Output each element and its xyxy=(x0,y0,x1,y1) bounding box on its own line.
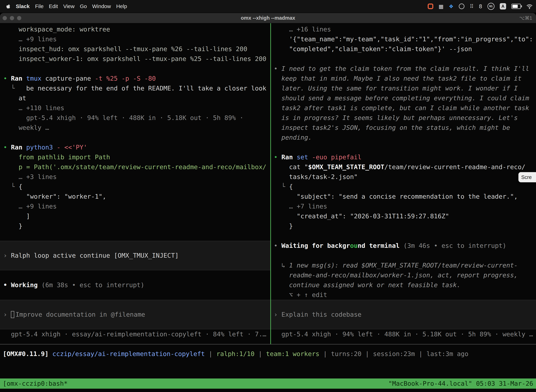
terminal-line: weekly … xyxy=(3,123,49,133)
terminal-line: "worker": "worker-1", xyxy=(3,191,106,201)
terminal-line: ] xyxy=(3,211,30,221)
terminal-line: readme-and-reco/mailbox/worker-1.json, a… xyxy=(274,270,518,280)
terminal-line: • Waiting for background terminal (3m 46… xyxy=(274,241,506,251)
input-source-icon[interactable]: A xyxy=(500,3,506,9)
prompt-input-improve-documentation[interactable]: › Improve documentation in @filename xyxy=(0,300,270,329)
terminal-line: '{"team_name":"my-team","task_id":"1","f… xyxy=(274,34,533,44)
battery-icon[interactable] xyxy=(511,4,521,9)
battery-fill xyxy=(512,5,518,8)
terminal-line: └ be necessary for the end of the README… xyxy=(3,84,266,93)
terminal-line: inspect_hud: omx sparkshell --tmux-pane … xyxy=(3,44,247,54)
omx-last-activity: last:3m ago xyxy=(426,350,468,357)
screen-recording-indicator[interactable] xyxy=(428,4,433,9)
menu-window[interactable]: Window xyxy=(90,3,114,9)
terminal-line: keep that in mind. Maybe I also need the… xyxy=(274,74,522,84)
omx-version: [OMX#0.11.9] xyxy=(3,350,48,357)
terminal-line: … +9 lines xyxy=(3,34,57,44)
terminal-line: later. Using the same for transition mig… xyxy=(274,84,518,93)
menu-view[interactable]: View xyxy=(61,3,77,9)
terminal-line: … +16 lines xyxy=(274,24,331,34)
pinwheel-icon[interactable]: ❖ xyxy=(449,3,454,9)
terminal-line: inspect task2's JSON, focusing on the st… xyxy=(274,123,510,133)
terminal-line: } xyxy=(274,221,293,231)
terminal-line: cat "$OMX_TEAM_STATE_ROOT/team/review-cu… xyxy=(274,162,526,172)
terminal-line: task2 after task1 is complete, but can I… xyxy=(274,103,529,113)
battery-percent-gauge[interactable]: 61 xyxy=(488,3,494,10)
omx-status-line: [OMX#0.11.9] cczip/essay/ai-reimplementa… xyxy=(3,349,469,359)
dots-grid-icon[interactable]: ⠿ xyxy=(470,3,474,9)
terminal-line: ⌥ + ↑ edit xyxy=(274,290,327,300)
omx-team-workers: team:1 workers xyxy=(266,350,319,357)
window-titlebar[interactable]: omx --xhigh --madmax ⌥⌘1 xyxy=(0,13,536,23)
terminal-line: "created_at": "2026-03-31T11:59:27.816Z" xyxy=(274,211,449,221)
tmux-horizontal-divider xyxy=(0,344,536,344)
macos-menu-bar: Slack File Edit View Go Window Help ▦ ❖ … xyxy=(0,0,536,13)
terminal-line: └ { xyxy=(274,182,293,191)
terminal-line: gpt-5.4 xhigh · 94% left · 488K in · 5.1… xyxy=(274,329,533,339)
terminal-line: … +7 lines xyxy=(274,201,327,211)
terminal-line: tasks/task-2.json" xyxy=(274,172,358,182)
tmux-status-bar: [omx-cczip0:bash* "MacBook-Pro-44.local"… xyxy=(0,378,536,389)
omx-project-path: cczip/essay/ai-reimplementation-copyleft xyxy=(53,350,205,357)
tmux-session-name[interactable]: [omx-cczip0:bash* xyxy=(3,378,67,389)
tmux-pane-right[interactable]: … +16 lines '{"team_name":"my-team","tas… xyxy=(271,23,536,392)
tmux-pane-left[interactable]: workspace_mode: worktree … +9 lines insp… xyxy=(0,23,270,392)
tmux-session: workspace_mode: worktree … +9 lines insp… xyxy=(0,23,536,392)
terminal-line: is in progress? It seems likely but perh… xyxy=(274,113,518,123)
battery-percent-value: 61 xyxy=(489,5,493,8)
terminal-line: should send a message before completing … xyxy=(274,93,529,103)
terminal-line: ↳ 1 new msg(s): read $OMX_TEAM_STATE_ROO… xyxy=(274,261,518,270)
terminal-window: omx --xhigh --madmax ⌥⌘1 workspace_mode:… xyxy=(0,13,536,392)
window-title: omx --xhigh --madmax xyxy=(241,15,295,21)
close-button[interactable] xyxy=(3,16,7,20)
injected-prompt-ralph-loop[interactable]: › Ralph loop active continue [OMX_TMUX_I… xyxy=(0,241,270,270)
battery-nub xyxy=(521,5,522,7)
omx-turns: turns:20 xyxy=(331,350,361,357)
screenshot-overlay-label: Scre xyxy=(521,174,532,180)
omx-ralph-counter: ralph:1/10 xyxy=(216,350,254,357)
menu-file[interactable]: File xyxy=(32,3,46,9)
prompt-input-explain-codebase[interactable]: › Explain this codebase xyxy=(271,300,536,329)
screenshot-overlay[interactable]: Scre xyxy=(518,172,536,182)
terminal-line: pending. xyxy=(274,133,312,142)
menu-help[interactable]: Help xyxy=(114,3,130,9)
terminal-line: inspect_worker-1: omx sparkshell --tmux-… xyxy=(3,54,266,64)
terminal-line: • Ran set -euo pipefail xyxy=(274,152,362,162)
tmux-host-datetime: "MacBook-Pro-44.local" 05:03 31-Mar-26 xyxy=(388,378,533,389)
terminal-line: └ { xyxy=(3,182,22,191)
terminal-line: from pathlib import Path xyxy=(3,152,110,162)
terminal-line: "completed","claim_token":"claim-token"}… xyxy=(274,44,472,54)
terminal-line: • I need to get the claim token from the… xyxy=(274,64,529,74)
terminal-line: } xyxy=(3,221,22,231)
minimize-button[interactable] xyxy=(10,16,14,20)
terminal-line: • Ran python3 - <<'PY' xyxy=(3,142,87,152)
wifi-icon[interactable] xyxy=(526,4,533,9)
text-cursor xyxy=(11,311,14,318)
menu-bar-status-icons: ▦ ❖ ⠿ 8 61 A xyxy=(428,0,533,13)
omx-session-time: session:23m xyxy=(373,350,415,357)
terminal-line: workspace_mode: worktree xyxy=(3,24,110,34)
terminal-line: • Ran tmux capture-pane -t %25 -p -S -80 xyxy=(3,74,156,84)
circle-app-icon[interactable] xyxy=(459,4,464,9)
menu-edit[interactable]: Edit xyxy=(46,3,61,9)
grid-icon[interactable]: ▦ xyxy=(439,3,444,9)
terminal-line: gpt-5.4 xhigh · essay/ai-reimplementatio… xyxy=(3,329,266,339)
zoom-button[interactable] xyxy=(17,16,21,20)
terminal-line: • Working (6m 38s • esc to interrupt) xyxy=(3,280,144,290)
terminal-line: continue assigned work or next feasible … xyxy=(274,280,460,290)
menu-app-name[interactable]: Slack xyxy=(13,3,32,9)
window-shortcut-hint: ⌥⌘1 xyxy=(519,15,532,21)
terminal-line: … +3 lines xyxy=(3,172,57,182)
menu-go[interactable]: Go xyxy=(77,3,90,9)
terminal-line: gpt-5.4 xhigh · 94% left · 488K in · 5.1… xyxy=(3,113,243,123)
terminal-line: "subject": "send a concise recommendatio… xyxy=(274,191,518,201)
terminal-line: … +110 lines xyxy=(3,103,64,113)
figure-eight-icon[interactable]: 8 xyxy=(479,3,482,9)
terminal-line: … +9 lines xyxy=(3,201,57,211)
terminal-line: p = Path('.omx/state/team/review-current… xyxy=(3,162,266,172)
apple-menu-icon[interactable] xyxy=(6,4,10,9)
terminal-line: at xyxy=(3,93,26,103)
